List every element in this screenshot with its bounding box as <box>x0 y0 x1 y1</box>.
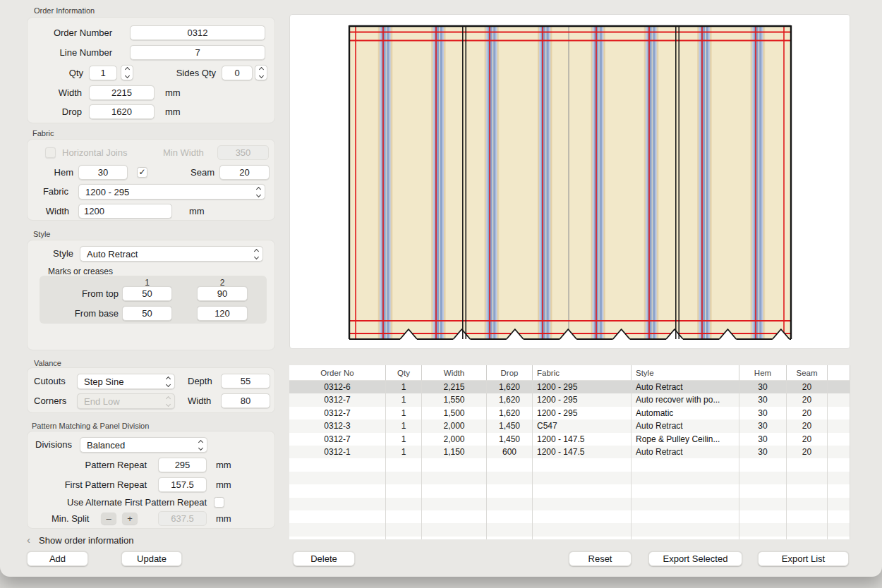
min-split-input[interactable] <box>158 511 207 526</box>
depth-input[interactable] <box>221 374 270 388</box>
section-label-pattern-matching: Pattern Matching & Panel Division <box>32 422 149 430</box>
line-number-label: Line Number <box>28 45 112 60</box>
table-header-cell[interactable]: Seam <box>787 365 828 381</box>
from-top-1-input[interactable] <box>122 286 172 301</box>
table-cell <box>422 484 487 497</box>
valance-width-input[interactable] <box>221 393 270 408</box>
export-list-button[interactable]: Export List <box>758 551 849 566</box>
cutouts-select-value: Step Sine <box>84 376 123 387</box>
fabric-select[interactable]: 1200 - 295 <box>78 184 265 200</box>
show-order-information-toggle[interactable]: Show order information <box>39 535 133 546</box>
table-row[interactable]: 0312-312,0001,450C547Auto Retract3020 <box>289 419 850 432</box>
horizontal-joins-checkbox[interactable] <box>45 147 56 158</box>
stepper-up-icon[interactable] <box>258 67 263 72</box>
fabric-width-input[interactable] <box>78 204 172 219</box>
fabric-preview-drawing <box>290 15 850 348</box>
table-cell: 2,215 <box>422 381 487 393</box>
sides-qty-input[interactable] <box>222 66 253 80</box>
sides-qty-stepper[interactable] <box>255 65 267 80</box>
delete-button[interactable]: Delete <box>293 551 355 566</box>
corners-select-value: End Low <box>84 396 120 407</box>
table-row[interactable]: 0312-711,5001,6201200 - 295Automatic3020 <box>289 407 850 419</box>
table-cell: 1 <box>386 407 422 419</box>
table-header-cell[interactable]: Order No <box>289 365 386 381</box>
divisions-label: Divisions <box>35 437 72 452</box>
table-header-cell[interactable]: Qty <box>386 365 422 381</box>
table-header-cell[interactable]: Drop <box>487 365 533 381</box>
export-selected-button[interactable]: Export Selected <box>648 551 742 566</box>
table-cell <box>533 498 632 510</box>
table-row[interactable]: 0312-111,1506001200 - 147.5Auto Retract3… <box>289 446 850 458</box>
add-button[interactable]: Add <box>27 551 88 566</box>
table-cell: 2,000 <box>422 433 487 446</box>
min-split-label: Min. Split <box>52 511 89 526</box>
from-base-1-input[interactable] <box>122 306 172 321</box>
chevron-left-icon[interactable]: ‹ <box>27 534 30 546</box>
table-row[interactable]: 0312-711,5501,6201200 - 295Auto recover … <box>289 393 850 406</box>
drop-input[interactable] <box>89 104 155 119</box>
table-cell <box>828 433 850 446</box>
table-cell: 2,000 <box>422 419 487 432</box>
table-cell <box>739 523 787 536</box>
order-number-input[interactable] <box>130 25 265 40</box>
order-table-body: 0312-612,2151,6201200 - 295Auto Retract3… <box>289 381 850 539</box>
min-split-decrease-button[interactable]: – <box>101 513 116 525</box>
table-header-cell[interactable]: Fabric <box>533 365 632 381</box>
table-row-empty <box>289 523 850 536</box>
reset-button[interactable]: Reset <box>569 551 632 566</box>
table-cell: 1,500 <box>422 407 487 419</box>
min-split-increase-button[interactable]: + <box>122 513 138 525</box>
check-icon: ✓ <box>138 167 145 177</box>
table-cell <box>828 510 850 523</box>
width-input[interactable] <box>89 85 155 100</box>
update-button[interactable]: Update <box>121 551 182 566</box>
table-cell: 1,550 <box>422 393 487 406</box>
order-list-table: Order NoQtyWidthDropFabricStyleHemSeam 0… <box>289 365 850 539</box>
hem-input[interactable] <box>78 165 128 180</box>
from-base-2-input[interactable] <box>197 306 248 321</box>
table-cell <box>787 472 828 484</box>
style-select[interactable]: Auto Retract <box>80 246 263 262</box>
table-cell: 0312-7 <box>289 393 386 406</box>
fabric-select-value: 1200 - 295 <box>85 187 129 197</box>
table-cell: 1200 - 295 <box>533 407 632 419</box>
table-cell <box>828 407 850 419</box>
from-top-2-input[interactable] <box>197 286 248 301</box>
table-header-cell[interactable] <box>828 365 850 381</box>
hem-checkbox[interactable]: ✓ <box>137 167 147 178</box>
line-number-input[interactable] <box>130 45 265 60</box>
table-row[interactable]: 0312-712,0001,4501200 - 147.5Rope & Pull… <box>289 433 850 446</box>
table-cell: 20 <box>787 381 828 393</box>
table-row-empty <box>289 537 850 539</box>
min-split-unit: mm <box>216 511 231 526</box>
table-cell: 1,620 <box>487 381 533 393</box>
use-alternate-checkbox[interactable] <box>214 497 224 508</box>
table-header-cell[interactable]: Width <box>422 365 487 381</box>
divisions-select[interactable]: Balanced <box>80 437 207 453</box>
table-header-cell[interactable]: Style <box>632 365 739 381</box>
table-cell: Auto Retract <box>632 419 739 432</box>
first-pattern-repeat-input[interactable] <box>158 477 207 492</box>
corners-select[interactable]: End Low <box>77 393 175 409</box>
qty-label: Qty <box>28 66 83 80</box>
table-header-cell[interactable]: Hem <box>739 365 787 381</box>
seam-input[interactable] <box>219 165 270 180</box>
min-width-input[interactable] <box>217 145 269 160</box>
table-row-empty <box>289 510 850 523</box>
pattern-repeat-input[interactable] <box>158 458 207 472</box>
table-cell: Auto recover with po... <box>632 393 739 406</box>
table-cell <box>632 484 739 497</box>
table-cell <box>386 523 422 536</box>
table-row-empty <box>289 498 850 510</box>
table-row[interactable]: 0312-612,2151,6201200 - 295Auto Retract3… <box>289 381 850 393</box>
style-select-value: Auto Retract <box>87 249 138 259</box>
cutouts-select[interactable]: Step Sine <box>77 374 175 389</box>
table-cell: 20 <box>787 407 828 419</box>
fabric-box: Horizontal Joins Min Width Hem ✓ Seam Fa… <box>27 139 275 221</box>
chevron-up-down-icon <box>257 188 260 197</box>
table-cell <box>787 484 828 497</box>
table-cell <box>386 458 422 471</box>
stepper-down-icon[interactable] <box>258 73 263 78</box>
width-unit: mm <box>165 85 181 100</box>
table-cell <box>533 537 632 539</box>
